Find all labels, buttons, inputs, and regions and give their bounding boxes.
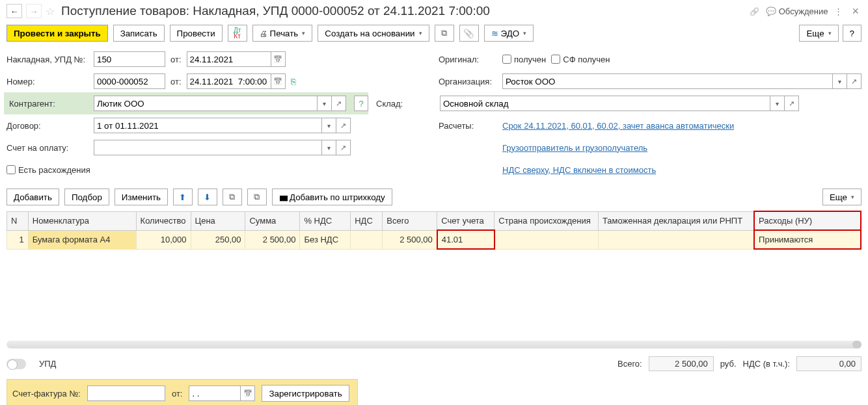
cell-sum[interactable]: 2 500,00 — [245, 230, 300, 249]
table-more-button[interactable]: Еще▾ — [822, 189, 861, 205]
raschety-link[interactable]: Срок 24.11.2021, 60.01, 60.02, зачет ава… — [502, 121, 734, 131]
attach-button[interactable] — [459, 25, 479, 42]
received-checkbox[interactable]: получен — [502, 55, 546, 64]
col-n[interactable]: N — [7, 211, 29, 230]
register-button[interactable]: Зарегистрировать — [262, 385, 349, 402]
cell-nds[interactable] — [351, 230, 383, 249]
link-icon[interactable] — [750, 7, 759, 16]
dogovor-input[interactable] — [94, 118, 322, 133]
mode-icon[interactable]: ⎘ — [291, 77, 296, 86]
schet-oplatu-input[interactable] — [94, 140, 322, 155]
col-nds-pct[interactable]: % НДС — [300, 211, 351, 230]
more-menu-icon[interactable]: ⋮ — [834, 7, 843, 16]
col-total[interactable]: Всего — [383, 211, 437, 230]
col-nomen[interactable]: Номенклатура — [28, 211, 136, 230]
org-label: Организация: — [439, 77, 497, 86]
open-icon[interactable] — [336, 118, 351, 133]
total-value: 2 500,00 — [649, 356, 714, 371]
post-button[interactable]: Провести — [170, 25, 223, 42]
invoice-num-input[interactable] — [94, 51, 165, 67]
favorite-star-icon[interactable]: ☆ — [46, 5, 55, 18]
dtkt-button[interactable]: ДтКт — [228, 25, 247, 42]
chevron-down-icon[interactable] — [833, 73, 847, 89]
chevron-down-icon[interactable] — [322, 118, 336, 133]
sf-num-input[interactable] — [87, 385, 165, 401]
sklad-label: Склад: — [376, 99, 435, 109]
nds-link[interactable]: НДС сверху, НДС включен в стоимость — [502, 165, 656, 175]
chevron-down-icon[interactable] — [770, 96, 785, 111]
col-country[interactable]: Страна происхождения — [495, 211, 599, 230]
create-based-button[interactable]: Создать на основании▾ — [318, 25, 429, 42]
edo-button[interactable]: ≋ЭДО▾ — [484, 25, 534, 42]
dogovor-label: Договор: — [7, 121, 88, 131]
col-account[interactable]: Счет учета — [437, 211, 495, 230]
col-expenses[interactable]: Расходы (НУ) — [754, 211, 861, 230]
number-date-input[interactable] — [187, 73, 271, 89]
open-icon[interactable] — [336, 140, 351, 155]
cell-n[interactable]: 1 — [7, 230, 29, 249]
col-customs[interactable]: Таможенная декларация или РНПТ — [599, 211, 755, 230]
chevron-down-icon[interactable] — [322, 140, 336, 155]
calendar-icon[interactable] — [241, 385, 255, 401]
more-button[interactable]: Еще▾ — [799, 25, 838, 42]
org-input[interactable] — [502, 73, 833, 89]
print-label: Печать — [270, 29, 299, 38]
cell-customs[interactable] — [599, 230, 755, 249]
kontragent-input[interactable] — [94, 96, 318, 111]
sf-date-input[interactable] — [189, 385, 241, 401]
discrepancy-checkbox[interactable]: Есть расхождения — [7, 165, 90, 175]
open-icon[interactable] — [847, 73, 861, 89]
chevron-down-icon[interactable] — [318, 96, 332, 111]
cell-expenses[interactable]: Принимаются — [754, 230, 861, 249]
sf-from-label: от: — [172, 389, 183, 398]
col-qty[interactable]: Количество — [136, 211, 191, 230]
nav-back-button[interactable]: ← — [7, 4, 22, 18]
cell-total[interactable]: 2 500,00 — [383, 230, 437, 249]
total-label: Всего: — [617, 359, 642, 369]
paste-row-button[interactable] — [247, 189, 267, 205]
add-row-button[interactable]: Добавить — [7, 189, 59, 205]
edit-row-button[interactable]: Изменить — [115, 189, 168, 205]
cell-nds-pct[interactable]: Без НДС — [300, 230, 351, 249]
move-down-button[interactable]: ⬇ — [198, 189, 217, 205]
help-button[interactable]: ? — [843, 25, 861, 42]
table-scrollbar[interactable] — [7, 341, 861, 348]
raschety-label: Расчеты: — [439, 121, 497, 131]
print-button[interactable]: Печать▾ — [252, 25, 313, 42]
copy-row-button[interactable] — [223, 189, 242, 205]
calendar-icon[interactable] — [271, 73, 286, 89]
cell-account[interactable]: 41.01 — [437, 230, 495, 249]
structure-button[interactable] — [435, 25, 454, 42]
kontragent-help-button[interactable]: ? — [354, 96, 368, 111]
cell-price[interactable]: 250,00 — [191, 230, 245, 249]
open-icon[interactable] — [785, 96, 799, 111]
nds-total-label: НДС (в т.ч.): — [743, 359, 791, 369]
pick-button[interactable]: Подбор — [64, 189, 109, 205]
close-button[interactable]: × — [849, 5, 861, 18]
invoice-date-input[interactable] — [187, 51, 271, 67]
gruzo-link[interactable]: Грузоотправитель и грузополучатель — [502, 143, 647, 153]
create-based-label: Создать на основании — [325, 29, 414, 38]
upd-toggle[interactable] — [7, 359, 26, 369]
discuss-button[interactable]: Обсуждение — [766, 7, 828, 16]
kontragent-label: Контрагент: — [7, 95, 88, 112]
sklad-input[interactable] — [440, 96, 770, 111]
cell-qty[interactable]: 10,000 — [136, 230, 191, 249]
number-input[interactable] — [94, 73, 165, 89]
open-icon[interactable] — [332, 96, 346, 111]
post-and-close-button[interactable]: Провести и закрыть — [7, 25, 108, 42]
col-nds[interactable]: НДС — [351, 211, 383, 230]
cell-nomen[interactable]: Бумага формата А4 — [28, 230, 136, 249]
table-row[interactable]: 1 Бумага формата А4 10,000 250,00 2 500,… — [7, 230, 861, 249]
calendar-icon[interactable] — [271, 51, 286, 67]
write-button[interactable]: Записать — [113, 25, 165, 42]
add-barcode-button[interactable]: Добавить по штрихкоду — [272, 189, 392, 205]
move-up-button[interactable]: ⬆ — [173, 189, 193, 205]
col-price[interactable]: Цена — [191, 211, 245, 230]
col-sum[interactable]: Сумма — [245, 211, 300, 230]
nav-forward-button[interactable]: → — [26, 4, 42, 18]
sf-received-label: СФ получен — [563, 55, 610, 64]
original-label: Оригинал: — [439, 55, 497, 64]
cell-country[interactable] — [495, 230, 599, 249]
sf-received-checkbox[interactable]: СФ получен — [551, 55, 610, 64]
